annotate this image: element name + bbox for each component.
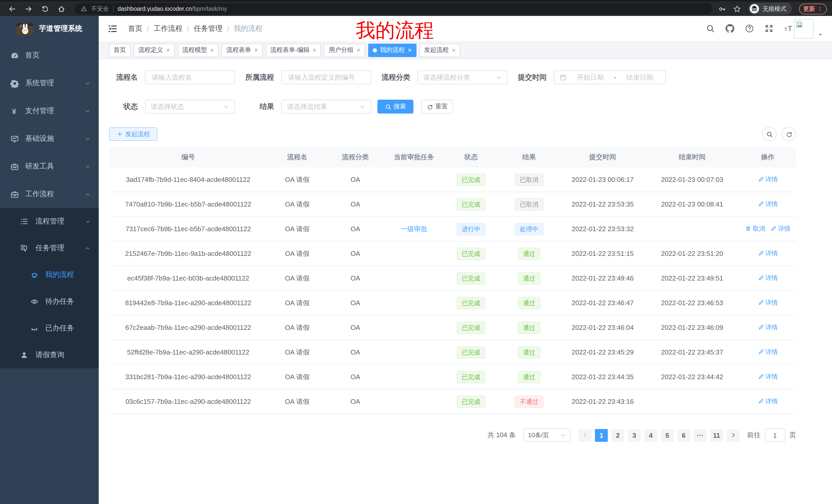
tab[interactable]: 用户分组 × <box>324 44 365 57</box>
action-link[interactable]: 详情 <box>758 372 778 381</box>
action-link[interactable]: 详情 <box>758 323 778 332</box>
browser-window: 不安全 dashboard.yudao.iocoder.cn/bpm/task/… <box>0 0 832 504</box>
sidebar-item[interactable]: 工作流程 <box>0 180 99 208</box>
breadcrumb-item[interactable]: 我的流程 / <box>234 24 262 33</box>
sidebar-item[interactable]: 基础设施 <box>0 125 99 152</box>
cell-actions: 详情 <box>739 200 796 209</box>
result-badge: 通过 <box>518 321 541 334</box>
action-link[interactable]: 详情 <box>758 175 778 184</box>
back-icon[interactable] <box>8 5 16 12</box>
sidebar-item[interactable]: 我的流程 <box>0 261 99 288</box>
help-icon[interactable] <box>745 24 754 33</box>
action-link[interactable]: 详情 <box>758 397 778 406</box>
action-link[interactable]: 取消 <box>745 225 765 233</box>
action-link[interactable]: 详情 <box>758 249 778 258</box>
table-tools <box>757 127 796 141</box>
sidebar-item[interactable]: 流程管理 <box>0 208 99 235</box>
tab-close-icon[interactable]: × <box>408 47 412 53</box>
page-button[interactable]: 6 <box>677 429 690 442</box>
fullscreen-icon[interactable] <box>765 24 773 33</box>
action-link[interactable]: 详情 <box>758 274 778 283</box>
page-button[interactable]: 3 <box>628 429 641 442</box>
select-input[interactable]: 请选择状态 <box>145 100 235 114</box>
table-row: 2152467e-7b9b-11ec-9a1b-acde48001122 OA … <box>109 242 796 266</box>
action-link[interactable]: 详情 <box>758 348 778 357</box>
pen-icon <box>758 374 764 380</box>
forward-icon[interactable] <box>25 5 32 12</box>
avatar[interactable] <box>794 19 813 38</box>
github-icon[interactable] <box>726 24 734 33</box>
search-button[interactable]: 搜索 <box>378 100 413 114</box>
svg-text:¥: ¥ <box>12 107 16 115</box>
text-input[interactable] <box>145 71 235 84</box>
tab[interactable]: 流程模型 × <box>178 44 218 57</box>
sidebar-item[interactable]: 任务管理 <box>0 235 99 261</box>
select-input[interactable]: 请选择流结果 <box>281 100 371 114</box>
page-size-select[interactable]: 10条/页 <box>523 428 571 442</box>
tab[interactable]: 我的流程 × <box>368 44 416 57</box>
breadcrumb-item[interactable]: 首页 / <box>128 24 154 33</box>
update-button[interactable]: 更新 <box>799 3 827 14</box>
tab[interactable]: 流程定义 × <box>134 44 175 57</box>
next-page-button[interactable] <box>727 429 739 442</box>
action-link[interactable]: 详情 <box>758 200 778 208</box>
page-button[interactable]: 2 <box>612 429 624 442</box>
page-button[interactable]: 1 <box>595 429 608 442</box>
daterange-input[interactable]: 开始日期 - 结束日期 <box>554 71 666 84</box>
task-link[interactable]: 一级审批 <box>400 224 427 233</box>
page-button[interactable]: 4 <box>644 429 657 442</box>
url-text: dashboard.yudao.iocoder.cn/bpm/task/my <box>118 6 227 12</box>
tab[interactable]: 首页 <box>109 44 131 57</box>
sidebar-item[interactable]: 系统管理 <box>0 69 99 97</box>
reload-icon[interactable] <box>41 5 49 12</box>
result-badge: 通过 <box>518 247 541 260</box>
collapse-sidebar-icon[interactable] <box>108 24 117 33</box>
reset-button[interactable]: 重置 <box>421 100 453 114</box>
star-icon[interactable] <box>733 5 741 12</box>
tab-close-icon[interactable]: × <box>166 47 170 53</box>
action-link[interactable]: 详情 <box>758 299 778 307</box>
sidebar-item[interactable]: 已办任务 <box>0 315 99 342</box>
tab-close-icon[interactable]: × <box>313 47 316 53</box>
create-process-button[interactable]: 发起流程 <box>109 128 157 141</box>
tab[interactable]: 流程表单 × <box>222 44 262 57</box>
sidebar-item[interactable]: ¥ 支付管理 <box>0 97 99 125</box>
tab[interactable]: 流程表单-编辑 × <box>266 44 321 57</box>
cell-result: 已取消 <box>498 173 561 186</box>
sidebar-item[interactable]: 待办任务 <box>0 288 99 315</box>
page-button[interactable]: 5 <box>661 429 674 442</box>
tags-view: 首页 流程定义 × 流程模型 × 流程表单 × <box>99 41 832 59</box>
tab-close-icon[interactable]: × <box>254 47 258 53</box>
breadcrumb-item[interactable]: 任务管理 / <box>194 24 234 33</box>
page-button[interactable]: ··· <box>694 429 706 442</box>
search-icon[interactable] <box>706 24 715 33</box>
status-badge: 已完成 <box>457 247 486 260</box>
breadcrumb-item[interactable]: 工作流程 / <box>154 24 194 33</box>
list-icon <box>20 217 28 226</box>
browser-actions: 无痕模式 更新 <box>718 3 827 15</box>
cell-category: OA <box>327 274 384 282</box>
menu-dots-icon[interactable] <box>817 6 823 11</box>
address-bar[interactable]: 不安全 dashboard.yudao.iocoder.cn/bpm/task/… <box>75 3 712 15</box>
key-icon[interactable] <box>718 5 726 12</box>
cell-submit-time: 2022-01-22 23:53:32 <box>561 225 645 233</box>
sidebar-item[interactable]: 请假查询 <box>0 342 99 368</box>
field-label: 流程名 <box>109 73 138 82</box>
text-input[interactable] <box>281 71 371 84</box>
prev-page-button[interactable] <box>578 429 591 442</box>
tab-close-icon[interactable]: × <box>452 47 456 53</box>
result-badge: 通过 <box>518 272 541 284</box>
sidebar-item[interactable]: 研发工具 <box>0 152 99 180</box>
home-icon[interactable] <box>58 5 65 12</box>
sidebar-item[interactable]: 首页 <box>0 41 99 69</box>
tab-close-icon[interactable]: × <box>357 47 361 53</box>
tab-close-icon[interactable]: × <box>210 47 214 53</box>
caret-down-icon[interactable] <box>818 32 823 38</box>
select-input[interactable]: 请选择流程分类 <box>418 71 508 84</box>
font-size-icon[interactable]: TT <box>784 24 793 33</box>
page-button[interactable]: 11 <box>710 429 723 442</box>
cell-process-name: OA 请假 <box>267 298 327 307</box>
tab[interactable]: 发起流程 × <box>419 44 460 57</box>
jump-page-input[interactable] <box>765 428 785 442</box>
action-link[interactable]: 详情 <box>770 225 790 233</box>
